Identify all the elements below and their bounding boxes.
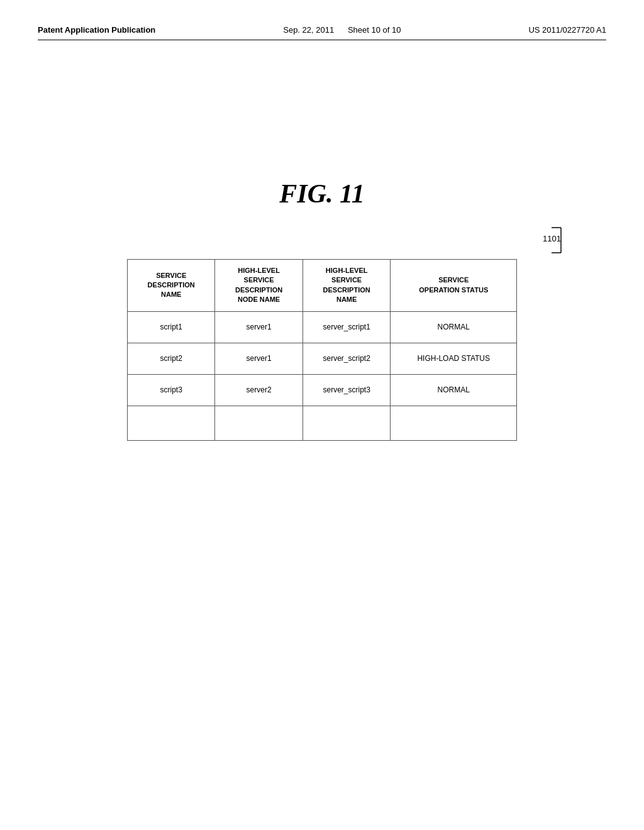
page-header: Patent Application Publication Sep. 22, … <box>38 25 606 40</box>
table-row-empty <box>128 406 517 440</box>
table-row: script2 server1 server_script2 HIGH-LOAD… <box>128 343 517 374</box>
cell-4-1 <box>128 406 215 440</box>
header-sheet: Sheet 10 of 10 <box>348 25 401 35</box>
data-table: SERVICEDESCRIPTIONNAME HIGH-LEVELSERVICE… <box>127 259 517 441</box>
cell-2-4: HIGH-LOAD STATUS <box>391 343 517 374</box>
diagram-area: 1101 SERVICEDESCRIPTIONNAME HIGH-LEVELSE… <box>38 234 606 441</box>
header-date-sheet: Sep. 22, 2011 Sheet 10 of 10 <box>283 25 401 35</box>
col-header-4: SERVICEOPERATION STATUS <box>391 260 517 312</box>
col-header-1: SERVICEDESCRIPTIONNAME <box>128 260 215 312</box>
cell-1-3: server_script1 <box>303 311 391 343</box>
table-row: script3 server2 server_script3 NORMAL <box>128 374 517 406</box>
cell-2-3: server_script2 <box>303 343 391 374</box>
cell-4-2 <box>215 406 303 440</box>
header-date: Sep. 22, 2011 <box>283 25 334 35</box>
cell-4-3 <box>303 406 391 440</box>
cell-1-4: NORMAL <box>391 311 517 343</box>
cell-3-1: script3 <box>128 374 215 406</box>
cell-3-2: server2 <box>215 374 303 406</box>
page-container: Patent Application Publication Sep. 22, … <box>0 0 644 830</box>
cell-3-4: NORMAL <box>391 374 517 406</box>
cell-2-1: script2 <box>128 343 215 374</box>
col-header-3: HIGH-LEVELSERVICEDESCRIPTIONNAME <box>303 260 391 312</box>
bracket-svg <box>533 224 570 256</box>
table-header-row: SERVICEDESCRIPTIONNAME HIGH-LEVELSERVICE… <box>128 260 517 312</box>
table-row: script1 server1 server_script1 NORMAL <box>128 311 517 343</box>
cell-1-1: script1 <box>128 311 215 343</box>
col-header-2: HIGH-LEVELSERVICEDESCRIPTIONNODE NAME <box>215 260 303 312</box>
cell-3-3: server_script3 <box>303 374 391 406</box>
figure-title: FIG. 11 <box>38 179 606 209</box>
table-wrapper: SERVICEDESCRIPTIONNAME HIGH-LEVELSERVICE… <box>127 259 517 441</box>
cell-1-2: server1 <box>215 311 303 343</box>
cell-4-4 <box>391 406 517 440</box>
header-publisher: Patent Application Publication <box>38 25 155 35</box>
reference-label-container: 1101 <box>127 234 517 259</box>
header-patent-number: US 2011/0227720 A1 <box>528 25 606 35</box>
cell-2-2: server1 <box>215 343 303 374</box>
